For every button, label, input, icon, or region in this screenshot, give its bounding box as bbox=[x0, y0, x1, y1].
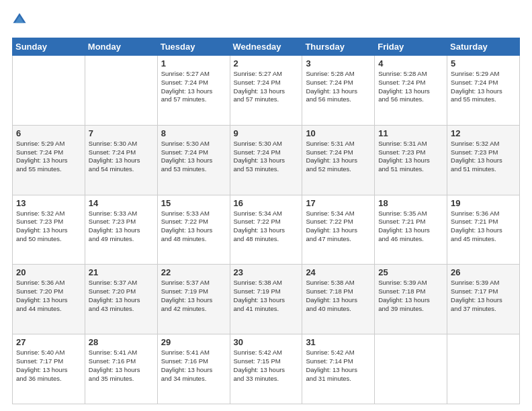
day-number: 23 bbox=[234, 267, 299, 277]
weekday-header-friday: Friday bbox=[375, 38, 447, 56]
calendar-cell: 15Sunrise: 5:33 AM Sunset: 7:22 PM Dayli… bbox=[157, 195, 230, 265]
cell-detail: Sunrise: 5:38 AM Sunset: 7:19 PM Dayligh… bbox=[234, 279, 299, 313]
cell-detail: Sunrise: 5:34 AM Sunset: 7:22 PM Dayligh… bbox=[234, 210, 299, 244]
cell-detail: Sunrise: 5:30 AM Sunset: 7:24 PM Dayligh… bbox=[234, 140, 299, 174]
cell-detail: Sunrise: 5:33 AM Sunset: 7:22 PM Dayligh… bbox=[161, 210, 226, 244]
calendar-table: SundayMondayTuesdayWednesdayThursdayFrid… bbox=[12, 38, 520, 404]
weekday-header-monday: Monday bbox=[85, 38, 157, 56]
day-number: 20 bbox=[16, 267, 81, 277]
calendar-cell: 10Sunrise: 5:31 AM Sunset: 7:24 PM Dayli… bbox=[302, 125, 375, 195]
day-number: 18 bbox=[378, 198, 443, 208]
day-number: 31 bbox=[306, 337, 371, 347]
week-row-5: 27Sunrise: 5:40 AM Sunset: 7:17 PM Dayli… bbox=[13, 334, 520, 404]
day-number: 29 bbox=[161, 337, 226, 347]
day-number: 3 bbox=[306, 58, 371, 68]
cell-detail: Sunrise: 5:27 AM Sunset: 7:24 PM Dayligh… bbox=[234, 70, 299, 104]
cell-detail: Sunrise: 5:27 AM Sunset: 7:24 PM Dayligh… bbox=[161, 70, 226, 104]
cell-detail: Sunrise: 5:30 AM Sunset: 7:24 PM Dayligh… bbox=[89, 140, 154, 174]
cell-detail: Sunrise: 5:34 AM Sunset: 7:22 PM Dayligh… bbox=[306, 210, 371, 244]
weekday-header-saturday: Saturday bbox=[447, 38, 520, 56]
calendar-cell: 7Sunrise: 5:30 AM Sunset: 7:24 PM Daylig… bbox=[85, 125, 157, 195]
cell-detail: Sunrise: 5:37 AM Sunset: 7:19 PM Dayligh… bbox=[161, 279, 226, 313]
cell-detail: Sunrise: 5:35 AM Sunset: 7:21 PM Dayligh… bbox=[378, 210, 443, 244]
day-number: 1 bbox=[161, 58, 226, 68]
day-number: 14 bbox=[89, 198, 154, 208]
calendar-cell bbox=[375, 334, 447, 404]
cell-detail: Sunrise: 5:36 AM Sunset: 7:20 PM Dayligh… bbox=[16, 279, 81, 313]
cell-detail: Sunrise: 5:42 AM Sunset: 7:15 PM Dayligh… bbox=[234, 349, 299, 383]
day-number: 10 bbox=[306, 128, 371, 138]
calendar-cell bbox=[447, 334, 520, 404]
day-number: 21 bbox=[89, 267, 154, 277]
day-number: 5 bbox=[451, 58, 516, 68]
day-number: 27 bbox=[16, 337, 81, 347]
day-number: 16 bbox=[234, 198, 299, 208]
calendar-cell: 20Sunrise: 5:36 AM Sunset: 7:20 PM Dayli… bbox=[13, 265, 85, 334]
calendar-cell: 1Sunrise: 5:27 AM Sunset: 7:24 PM Daylig… bbox=[157, 56, 230, 126]
day-number: 30 bbox=[234, 337, 299, 347]
calendar-cell bbox=[85, 56, 157, 126]
calendar-cell: 5Sunrise: 5:29 AM Sunset: 7:24 PM Daylig… bbox=[447, 56, 520, 126]
day-number: 28 bbox=[89, 337, 154, 347]
calendar-cell: 4Sunrise: 5:28 AM Sunset: 7:24 PM Daylig… bbox=[375, 56, 447, 126]
day-number: 19 bbox=[451, 198, 516, 208]
cell-detail: Sunrise: 5:29 AM Sunset: 7:24 PM Dayligh… bbox=[16, 140, 81, 174]
calendar-cell: 19Sunrise: 5:36 AM Sunset: 7:21 PM Dayli… bbox=[447, 195, 520, 265]
day-number: 12 bbox=[451, 128, 516, 138]
cell-detail: Sunrise: 5:33 AM Sunset: 7:23 PM Dayligh… bbox=[89, 210, 154, 244]
calendar-cell: 28Sunrise: 5:41 AM Sunset: 7:16 PM Dayli… bbox=[85, 334, 157, 404]
cell-detail: Sunrise: 5:32 AM Sunset: 7:23 PM Dayligh… bbox=[16, 210, 81, 244]
day-number: 8 bbox=[161, 128, 226, 138]
calendar-cell: 14Sunrise: 5:33 AM Sunset: 7:23 PM Dayli… bbox=[85, 195, 157, 265]
cell-detail: Sunrise: 5:28 AM Sunset: 7:24 PM Dayligh… bbox=[306, 70, 371, 104]
weekday-header-wednesday: Wednesday bbox=[230, 38, 302, 56]
day-number: 17 bbox=[306, 198, 371, 208]
cell-detail: Sunrise: 5:41 AM Sunset: 7:16 PM Dayligh… bbox=[89, 349, 154, 383]
day-number: 15 bbox=[161, 198, 226, 208]
week-row-2: 6Sunrise: 5:29 AM Sunset: 7:24 PM Daylig… bbox=[13, 125, 520, 195]
calendar-cell: 27Sunrise: 5:40 AM Sunset: 7:17 PM Dayli… bbox=[13, 334, 85, 404]
header bbox=[12, 12, 520, 31]
day-number: 22 bbox=[161, 267, 226, 277]
calendar-cell: 13Sunrise: 5:32 AM Sunset: 7:23 PM Dayli… bbox=[13, 195, 85, 265]
cell-detail: Sunrise: 5:37 AM Sunset: 7:20 PM Dayligh… bbox=[89, 279, 154, 313]
day-number: 2 bbox=[234, 58, 299, 68]
calendar-cell bbox=[13, 56, 85, 126]
cell-detail: Sunrise: 5:29 AM Sunset: 7:24 PM Dayligh… bbox=[451, 70, 516, 104]
cell-detail: Sunrise: 5:36 AM Sunset: 7:21 PM Dayligh… bbox=[451, 210, 516, 244]
calendar-cell: 29Sunrise: 5:41 AM Sunset: 7:16 PM Dayli… bbox=[157, 334, 230, 404]
cell-detail: Sunrise: 5:38 AM Sunset: 7:18 PM Dayligh… bbox=[306, 279, 371, 313]
cell-detail: Sunrise: 5:31 AM Sunset: 7:24 PM Dayligh… bbox=[306, 140, 371, 174]
calendar-cell: 12Sunrise: 5:32 AM Sunset: 7:23 PM Dayli… bbox=[447, 125, 520, 195]
calendar-cell: 16Sunrise: 5:34 AM Sunset: 7:22 PM Dayli… bbox=[230, 195, 302, 265]
weekday-header-thursday: Thursday bbox=[302, 38, 375, 56]
calendar-cell: 17Sunrise: 5:34 AM Sunset: 7:22 PM Dayli… bbox=[302, 195, 375, 265]
cell-detail: Sunrise: 5:40 AM Sunset: 7:17 PM Dayligh… bbox=[16, 349, 81, 383]
weekday-header-tuesday: Tuesday bbox=[157, 38, 230, 56]
calendar-cell: 8Sunrise: 5:30 AM Sunset: 7:24 PM Daylig… bbox=[157, 125, 230, 195]
cell-detail: Sunrise: 5:32 AM Sunset: 7:23 PM Dayligh… bbox=[451, 140, 516, 174]
cell-detail: Sunrise: 5:28 AM Sunset: 7:24 PM Dayligh… bbox=[378, 70, 443, 104]
calendar-cell: 6Sunrise: 5:29 AM Sunset: 7:24 PM Daylig… bbox=[13, 125, 85, 195]
week-row-1: 1Sunrise: 5:27 AM Sunset: 7:24 PM Daylig… bbox=[13, 56, 520, 126]
cell-detail: Sunrise: 5:42 AM Sunset: 7:14 PM Dayligh… bbox=[306, 349, 371, 383]
calendar-cell: 26Sunrise: 5:39 AM Sunset: 7:17 PM Dayli… bbox=[447, 265, 520, 334]
calendar-cell: 2Sunrise: 5:27 AM Sunset: 7:24 PM Daylig… bbox=[230, 56, 302, 126]
calendar-cell: 3Sunrise: 5:28 AM Sunset: 7:24 PM Daylig… bbox=[302, 56, 375, 126]
cell-detail: Sunrise: 5:39 AM Sunset: 7:18 PM Dayligh… bbox=[378, 279, 443, 313]
day-number: 7 bbox=[89, 128, 154, 138]
cell-detail: Sunrise: 5:41 AM Sunset: 7:16 PM Dayligh… bbox=[161, 349, 226, 383]
calendar-cell: 31Sunrise: 5:42 AM Sunset: 7:14 PM Dayli… bbox=[302, 334, 375, 404]
calendar-cell: 11Sunrise: 5:31 AM Sunset: 7:23 PM Dayli… bbox=[375, 125, 447, 195]
calendar-cell: 30Sunrise: 5:42 AM Sunset: 7:15 PM Dayli… bbox=[230, 334, 302, 404]
calendar-cell: 18Sunrise: 5:35 AM Sunset: 7:21 PM Dayli… bbox=[375, 195, 447, 265]
day-number: 24 bbox=[306, 267, 371, 277]
day-number: 6 bbox=[16, 128, 81, 138]
day-number: 13 bbox=[16, 198, 81, 208]
cell-detail: Sunrise: 5:31 AM Sunset: 7:23 PM Dayligh… bbox=[378, 140, 443, 174]
calendar-cell: 22Sunrise: 5:37 AM Sunset: 7:19 PM Dayli… bbox=[157, 265, 230, 334]
weekday-header-sunday: Sunday bbox=[13, 38, 85, 56]
cell-detail: Sunrise: 5:30 AM Sunset: 7:24 PM Dayligh… bbox=[161, 140, 226, 174]
cell-detail: Sunrise: 5:39 AM Sunset: 7:17 PM Dayligh… bbox=[451, 279, 516, 313]
week-row-4: 20Sunrise: 5:36 AM Sunset: 7:20 PM Dayli… bbox=[13, 265, 520, 334]
